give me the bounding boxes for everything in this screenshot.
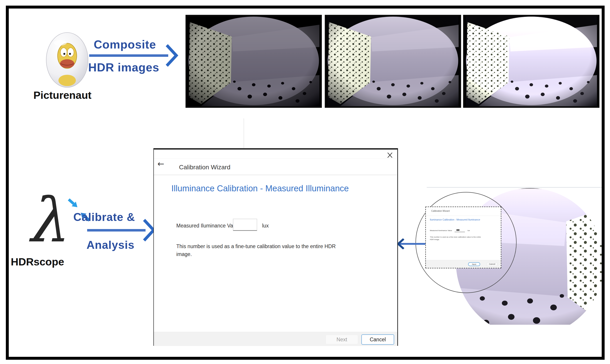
- photo-bottom-crop: [449, 325, 608, 343]
- hdr-photo-medium: [325, 15, 461, 108]
- hdr-photo-bright: [463, 15, 599, 108]
- dialog-description: This number is used as a fine-tune calib…: [176, 243, 338, 258]
- titlebar-divider: [154, 158, 397, 159]
- hdrscope-label: HDRscope: [11, 256, 64, 268]
- mini-illuminance-input: [454, 228, 465, 232]
- dialog-heading: Illuminance Calibration - Measured Illum…: [171, 184, 349, 193]
- mini-field-label: Measured Iluminance Value: [430, 230, 452, 232]
- header-divider: [154, 175, 397, 175]
- measured-illuminance-input[interactable]: [233, 219, 257, 231]
- mini-dialog-heading: Iluminance Calibration - Measured Ilumin…: [430, 218, 480, 221]
- calibration-wizard-dialog: ← Calibration Wizard Illuminance Calibra…: [153, 148, 398, 346]
- picturenaut-logo: [45, 31, 89, 89]
- flow-calibrate-bottom-label: Analysis: [87, 238, 134, 251]
- cancel-button[interactable]: Cancel: [361, 334, 394, 345]
- measured-illuminance-label: Measured Iluminance Value: [176, 223, 240, 229]
- callout-arrow-left-icon: [396, 238, 426, 249]
- mini-input-value-smudge: [456, 229, 459, 231]
- lux-unit-label: lux: [262, 223, 269, 229]
- mini-dialog-title: Calibration Wizard: [431, 210, 450, 212]
- figure-page: Picturenaut Composite HDR images λ HDRsc…: [0, 0, 610, 364]
- next-button[interactable]: Next: [326, 335, 358, 344]
- mini-cancel-button: Cancel: [487, 262, 497, 266]
- close-icon[interactable]: [386, 151, 394, 159]
- flow-composite-bottom-label: HDR images: [88, 61, 159, 74]
- mini-unit-label: lux: [467, 230, 470, 232]
- mini-divider: [426, 216, 501, 216]
- mini-next-button: Next: [468, 262, 480, 266]
- dialog-footer-bar: Next Cancel: [154, 332, 397, 346]
- callout-mini-dialog: Calibration Wizard Iluminance Calibratio…: [425, 207, 501, 268]
- ghost-line-vertical: [244, 118, 244, 148]
- callout-mini-dialog-content: Calibration Wizard Iluminance Calibratio…: [426, 207, 501, 268]
- picturenaut-label: Picturenaut: [33, 89, 92, 101]
- hdrscope-logo: λ: [26, 190, 65, 251]
- back-icon[interactable]: ←: [157, 160, 164, 168]
- ghost-line-horizontal: [427, 187, 604, 188]
- dialog-title: Calibration Wizard: [179, 159, 230, 175]
- mini-description: This number is used as a fine-tune calib…: [430, 236, 483, 241]
- hdr-photo-dark: [185, 15, 322, 108]
